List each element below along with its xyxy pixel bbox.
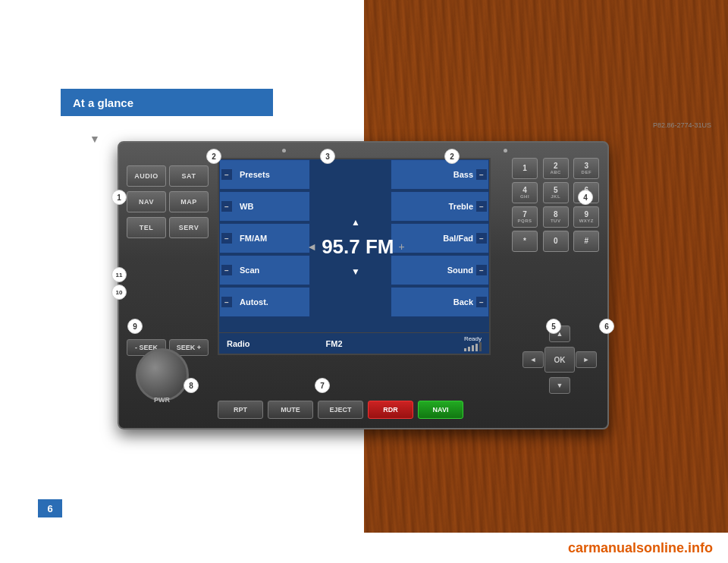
key-2[interactable]: 2ABC (543, 158, 569, 179)
sound-label: Sound (447, 266, 473, 275)
logo-highlight: car (568, 540, 588, 555)
status-right: Ready (464, 335, 482, 351)
status-radio: Radio (227, 339, 250, 348)
page-number: 6 (38, 499, 62, 517)
presets-minus[interactable]: − (221, 169, 232, 180)
numeric-keypad: 1 2ABC 3DEF 4GHI 5JKL 6MNO 7PQRS 8TUV 9W… (512, 158, 601, 252)
signal-bar-1 (464, 348, 466, 351)
scan-minus[interactable]: − (221, 265, 232, 275)
volume-knob[interactable] (136, 348, 189, 401)
left-panel: AUDIO SAT NAV MAP TEL SERV (127, 165, 209, 238)
wb-menu-item[interactable]: − WB (219, 191, 310, 222)
arrow-indicator: ▼ (89, 133, 100, 145)
treble-menu-item[interactable]: Treble − (391, 191, 489, 222)
sat-button[interactable]: SAT (169, 165, 209, 187)
autost-menu-item[interactable]: − Autost. (219, 287, 310, 317)
section-title: At a glance (73, 96, 133, 109)
nav-ok-button[interactable]: OK (544, 347, 575, 373)
freq-left-arrow[interactable]: ◄ (306, 241, 317, 253)
serv-button[interactable]: SERV (169, 217, 209, 238)
signal-bar-4 (475, 344, 478, 351)
back-plus[interactable]: − (476, 297, 487, 307)
frequency-display: 95.7 FM (322, 235, 394, 259)
logo-main: manualsonline (588, 540, 684, 555)
wb-label: WB (240, 202, 253, 211)
scroll-up-arrow[interactable]: ▲ (351, 217, 360, 228)
key-hash[interactable]: # (573, 231, 599, 252)
center-display: ▲ ◄ 95.7 FM + ▼ (314, 167, 397, 326)
key-star[interactable]: * (512, 231, 538, 252)
sound-plus[interactable]: − (476, 265, 487, 275)
callout-9: 9 (127, 319, 143, 334)
key-9[interactable]: 9WXYZ (573, 206, 599, 228)
rdr-button[interactable]: RDR (368, 401, 413, 419)
signal-bar-3 (472, 345, 474, 351)
bottom-row: RPT MUTE EJECT RDR NAVI (218, 401, 463, 419)
key-7[interactable]: 7PQRS (512, 206, 538, 228)
status-ready: Ready (464, 335, 482, 342)
section-header: At a glance (61, 89, 273, 116)
btn-row-2: NAV MAP (127, 191, 209, 212)
balfad-menu-item[interactable]: Bal/Fad − (391, 223, 489, 253)
callout-5: 5 (546, 319, 561, 334)
fmam-label: FM/AM (240, 234, 267, 243)
fmam-minus[interactable]: − (221, 233, 232, 244)
callout-6: 6 (599, 319, 614, 334)
nav-button[interactable]: NAV (127, 191, 166, 212)
sound-menu-item[interactable]: Sound − (391, 255, 489, 285)
signal-bars (464, 342, 482, 351)
nav-cluster: ▲ ◄ OK ► ▼ (518, 326, 601, 394)
key-4[interactable]: 4GHI (512, 182, 538, 203)
eject-button[interactable]: EJECT (318, 401, 363, 419)
callout-7: 7 (315, 378, 330, 393)
fmam-menu-item[interactable]: − FM/AM (219, 223, 310, 253)
callout-8: 8 (184, 378, 199, 393)
led-dot-left (282, 149, 286, 153)
callout-2-right: 2 (444, 149, 460, 164)
balfad-plus[interactable]: − (476, 233, 487, 244)
scan-label: Scan (240, 266, 259, 275)
navi-button[interactable]: NAVI (418, 401, 463, 419)
autost-label: Autost. (240, 297, 268, 307)
mute-button[interactable]: MUTE (268, 401, 313, 419)
tel-button[interactable]: TEL (127, 217, 166, 238)
scroll-down-arrow[interactable]: ▼ (351, 266, 360, 277)
callout-10: 10 (111, 285, 127, 300)
nav-left-button[interactable]: ◄ (522, 351, 544, 368)
led-dot-right (504, 149, 507, 153)
wb-minus[interactable]: − (221, 201, 232, 212)
key-3[interactable]: 3DEF (573, 158, 599, 179)
bass-menu-item[interactable]: Bass − (391, 159, 489, 190)
back-label: Back (453, 297, 473, 307)
nav-down-button[interactable]: ▼ (549, 377, 570, 394)
bass-plus[interactable]: − (476, 169, 487, 180)
knob-dots (140, 352, 185, 398)
status-bar: Radio FM2 Ready (219, 332, 489, 354)
key-1[interactable]: 1 (512, 158, 538, 179)
key-0[interactable]: 0 (543, 231, 569, 252)
treble-plus[interactable]: − (476, 201, 487, 212)
callout-3: 3 (320, 149, 335, 164)
nav-right-button[interactable]: ► (576, 351, 597, 368)
map-button[interactable]: MAP (169, 191, 209, 212)
btn-row-1: AUDIO SAT (127, 165, 209, 187)
signal-bar-5 (479, 342, 482, 351)
freq-row: ◄ 95.7 FM + (306, 235, 404, 259)
screen-right-menu: Bass − Treble − Bal/Fad − Sound − Back − (391, 159, 489, 341)
freq-right-arrow[interactable]: + (399, 241, 405, 253)
scan-menu-item[interactable]: − Scan (219, 255, 310, 285)
presets-menu-item[interactable]: − Presets (219, 159, 310, 190)
autost-minus[interactable]: − (221, 297, 232, 307)
signal-bar-2 (468, 347, 470, 351)
callout-4: 4 (578, 190, 593, 205)
back-menu-item[interactable]: Back − (391, 287, 489, 317)
treble-label: Treble (449, 202, 473, 211)
screen-left-menu: − Presets − WB − FM/AM − Scan − Autost. (219, 159, 310, 341)
balfad-label: Bal/Fad (443, 234, 473, 243)
logo-domain: .info (684, 540, 713, 555)
key-5[interactable]: 5JKL (543, 182, 569, 203)
rpt-button[interactable]: RPT (218, 401, 263, 419)
audio-button[interactable]: AUDIO (127, 165, 166, 187)
key-8[interactable]: 8TUV (543, 206, 569, 228)
image-ref: P82.86-2774-31US (653, 121, 711, 129)
